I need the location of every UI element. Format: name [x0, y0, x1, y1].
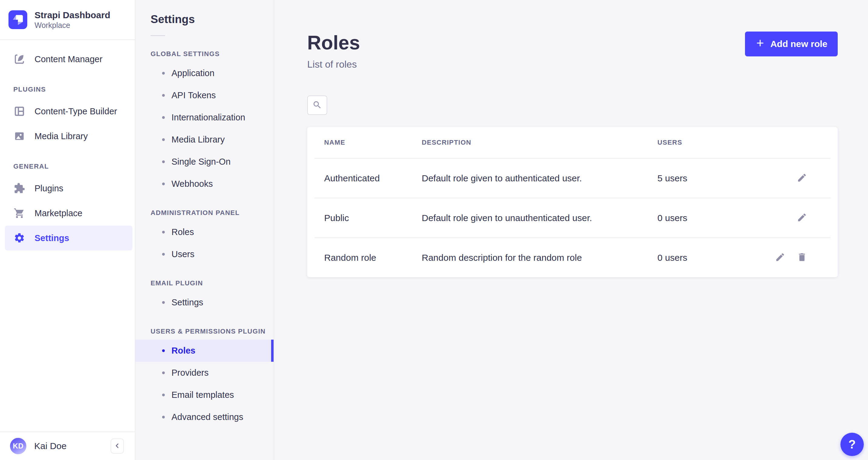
table-header-row: NAME DESCRIPTION USERS — [307, 127, 838, 158]
subnav-section-administration-panel: ADMINISTRATION PANEL Roles Users — [135, 209, 274, 265]
user-name: Kai Doe — [34, 441, 111, 451]
role-name-cell: Public — [324, 213, 422, 223]
subnav-item-providers[interactable]: Providers — [135, 362, 274, 384]
subnav-item-label: Single Sign-On — [172, 157, 230, 167]
bullet-icon — [162, 161, 165, 163]
subnav-section-title: ADMINISTRATION PANEL — [135, 209, 274, 217]
subnav-item-label: Roles — [172, 227, 194, 237]
subnav-item-internationalization[interactable]: Internationalization — [135, 107, 274, 128]
role-name-cell: Random role — [324, 253, 422, 263]
trash-icon — [797, 252, 807, 263]
layout-grid-icon — [13, 105, 26, 117]
table-row-public[interactable]: Public Default role given to unauthentic… — [307, 198, 838, 237]
subnav-item-application[interactable]: Application — [135, 62, 274, 84]
gear-icon — [13, 232, 26, 244]
subnav-item-email-settings[interactable]: Settings — [135, 291, 274, 314]
subnav-title: Settings — [135, 13, 274, 26]
page-title-block: Roles List of roles — [307, 32, 360, 70]
sidebar-section-plugins: PLUGINS — [0, 86, 135, 93]
subnav-section-users-permissions-plugin: USERS & PERMISSIONS PLUGIN Roles Provide… — [135, 327, 274, 428]
sidebar-item-label: Content Manager — [35, 54, 102, 64]
main-sidebar: Strapi Dashboard Workplace Content Manag… — [0, 0, 135, 460]
sidebar-item-media-library[interactable]: Media Library — [0, 124, 135, 149]
pencil-icon — [775, 252, 785, 263]
subnav-item-advanced-settings[interactable]: Advanced settings — [135, 406, 274, 428]
workspace-switcher[interactable]: Strapi Dashboard Workplace — [0, 0, 135, 40]
subnav-item-email-templates[interactable]: Email templates — [135, 384, 274, 406]
chevron-left-icon — [114, 442, 121, 450]
bullet-icon — [162, 301, 165, 304]
subnav-item-label: Settings — [172, 297, 203, 308]
sidebar-item-settings[interactable]: Settings — [5, 226, 132, 251]
edit-role-button[interactable] — [796, 212, 808, 224]
puzzle-icon — [13, 182, 26, 194]
role-description-cell: Default role given to unauthenticated us… — [422, 213, 657, 223]
subnav-divider — [151, 35, 165, 36]
bullet-icon — [162, 72, 165, 75]
subnav-section-global-settings: GLOBAL SETTINGS Application API Tokens I… — [135, 50, 274, 195]
sidebar-item-content-manager[interactable]: Content Manager — [0, 47, 135, 71]
row-actions — [766, 252, 821, 264]
main-content: Roles List of roles Add new role — [274, 0, 868, 460]
role-description-cell: Random description for the random role — [422, 253, 657, 263]
subnav-item-webhooks[interactable]: Webhooks — [135, 173, 274, 195]
bullet-icon — [162, 349, 165, 352]
sidebar-item-label: Media Library — [35, 131, 88, 141]
avatar[interactable]: KD — [10, 438, 26, 454]
subnav-item-label: API Tokens — [172, 90, 216, 100]
workspace-name: Workplace — [35, 21, 110, 30]
subnav-section-title: EMAIL PLUGIN — [135, 279, 274, 287]
subnav-section-title: USERS & PERMISSIONS PLUGIN — [135, 327, 274, 335]
table-row-authenticated[interactable]: Authenticated Default role given to auth… — [307, 159, 838, 198]
user-row: KD Kai Doe — [0, 431, 135, 460]
subnav-section-title: GLOBAL SETTINGS — [135, 50, 274, 58]
sidebar-nav: Content Manager PLUGINS Content-Type Bui… — [0, 40, 135, 431]
subnav-item-media-library[interactable]: Media Library — [135, 128, 274, 151]
bullet-icon — [162, 416, 165, 419]
column-header-description: DESCRIPTION — [422, 139, 657, 146]
subnav-item-api-tokens[interactable]: API Tokens — [135, 84, 274, 107]
role-description-cell: Default role given to authenticated user… — [422, 173, 657, 183]
page-header: Roles List of roles Add new role — [307, 32, 838, 70]
subnav-item-up-roles[interactable]: Roles — [135, 340, 274, 362]
pencil-icon — [797, 173, 807, 184]
page-title: Roles — [307, 32, 360, 54]
subnav-item-label: Webhooks — [172, 179, 213, 189]
strapi-logo-icon — [8, 10, 27, 29]
add-new-role-button[interactable]: Add new role — [745, 32, 838, 56]
bullet-icon — [162, 253, 165, 256]
collapse-sidebar-button[interactable] — [111, 438, 124, 454]
bullet-icon — [162, 394, 165, 396]
bullet-icon — [162, 94, 165, 97]
sidebar-item-plugins[interactable]: Plugins — [0, 176, 135, 201]
sidebar-section-general: GENERAL — [0, 163, 135, 170]
table-row-random-role[interactable]: Random role Random description for the r… — [307, 238, 838, 277]
plus-icon — [755, 38, 765, 50]
app-root: Strapi Dashboard Workplace Content Manag… — [0, 0, 868, 460]
page-subtitle: List of roles — [307, 59, 360, 70]
subnav-item-admin-roles[interactable]: Roles — [135, 221, 274, 243]
search-icon — [312, 100, 322, 111]
search-button[interactable] — [307, 95, 327, 115]
edit-role-button[interactable] — [774, 252, 786, 264]
subnav-item-admin-users[interactable]: Users — [135, 243, 274, 265]
subnav-item-label: Roles — [172, 346, 195, 356]
bullet-icon — [162, 371, 165, 374]
subnav-item-label: Email templates — [172, 390, 234, 400]
delete-role-button[interactable] — [796, 252, 808, 264]
bullet-icon — [162, 182, 165, 185]
role-users-cell: 0 users — [657, 253, 766, 263]
sidebar-item-label: Plugins — [35, 183, 63, 194]
question-mark-icon: ? — [848, 437, 856, 451]
column-header-users: USERS — [657, 139, 821, 146]
sidebar-item-marketplace[interactable]: Marketplace — [0, 201, 135, 226]
row-actions — [766, 172, 821, 184]
edit-role-button[interactable] — [796, 172, 808, 184]
help-button[interactable]: ? — [840, 433, 864, 456]
role-users-cell: 5 users — [657, 173, 766, 183]
subnav-item-label: Internationalization — [172, 113, 245, 122]
sidebar-item-content-type-builder[interactable]: Content-Type Builder — [0, 99, 135, 124]
subnav-item-label: Media Library — [172, 135, 225, 145]
bullet-icon — [162, 231, 165, 233]
subnav-item-single-sign-on[interactable]: Single Sign-On — [135, 151, 274, 173]
